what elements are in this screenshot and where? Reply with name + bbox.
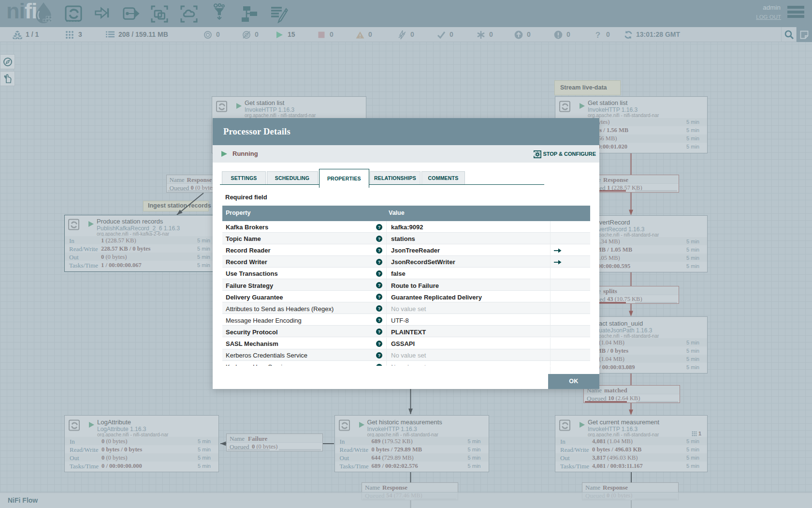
svg-text:?: ? — [378, 306, 381, 311]
svg-text:?: ? — [378, 365, 381, 366]
svg-text:?: ? — [378, 341, 381, 346]
svg-text:?: ? — [378, 224, 381, 229]
svg-text:?: ? — [378, 260, 381, 265]
svg-text:?: ? — [378, 283, 381, 288]
svg-text:?: ? — [378, 329, 381, 334]
svg-text:?: ? — [378, 353, 381, 358]
svg-text:?: ? — [378, 295, 381, 299]
svg-text:?: ? — [378, 236, 381, 241]
svg-text:?: ? — [378, 318, 381, 323]
svg-text:?: ? — [378, 248, 381, 253]
svg-text:?: ? — [378, 271, 381, 276]
